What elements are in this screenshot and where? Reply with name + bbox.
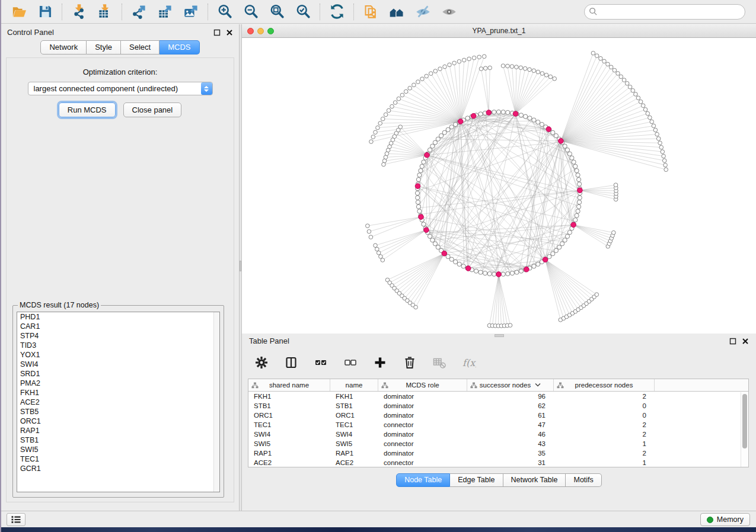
settings-gear-button[interactable] <box>253 354 270 371</box>
cell-predecessor-nodes[interactable]: 2 <box>554 448 655 458</box>
mcds-result-item[interactable]: STB5 <box>17 407 219 416</box>
cell-shared-name[interactable]: TEC1 <box>248 420 330 430</box>
cell-mcds-role[interactable]: dominator <box>378 430 467 439</box>
mcds-result-item[interactable]: STP4 <box>17 331 219 341</box>
cell-shared-name[interactable]: RAP1 <box>248 448 330 458</box>
tab-mcds[interactable]: MCDS <box>160 40 199 55</box>
close-table-icon[interactable] <box>742 338 749 345</box>
table-row[interactable]: TEC1 TEC1 connector 47 2 <box>248 420 748 430</box>
memory-button[interactable]: Memory <box>700 513 750 526</box>
cell-mcds-role[interactable]: dominator <box>378 392 467 401</box>
column-header-successor-nodes[interactable]: successor nodes <box>467 379 554 391</box>
cell-successor-nodes[interactable]: 46 <box>467 430 554 439</box>
table-scrollbar[interactable] <box>741 392 748 467</box>
table-row[interactable]: ACE2 ACE2 connector 31 1 <box>248 458 748 467</box>
table-tab-network-table[interactable]: Network Table <box>503 473 566 487</box>
table-row[interactable]: RAP1 RAP1 dominator 35 2 <box>248 448 748 458</box>
table-row[interactable]: FKH1 FKH1 dominator 96 2 <box>248 392 748 401</box>
column-header-predecessor-nodes[interactable]: predecessor nodes <box>554 379 655 391</box>
cell-successor-nodes[interactable]: 35 <box>467 448 554 458</box>
table-scrollbar-thumb[interactable] <box>742 394 747 448</box>
cell-predecessor-nodes[interactable]: 2 <box>554 392 655 401</box>
cell-predecessor-nodes[interactable]: 2 <box>554 420 655 430</box>
mcds-result-item[interactable]: CAR1 <box>17 322 219 331</box>
save-session-button[interactable] <box>32 2 58 21</box>
float-table-icon[interactable] <box>729 338 736 345</box>
deselect-all-button[interactable] <box>342 354 359 371</box>
tab-network[interactable]: Network <box>40 40 87 55</box>
mcds-result-item[interactable]: STB1 <box>17 435 219 445</box>
column-header-name[interactable]: name <box>330 379 378 391</box>
cell-shared-name[interactable]: ACE2 <box>248 458 330 467</box>
mcds-result-item[interactable]: TEC1 <box>17 454 219 464</box>
network-canvas[interactable] <box>242 38 756 334</box>
mcds-result-item[interactable]: ACE2 <box>17 398 219 407</box>
cell-name[interactable]: SWI5 <box>330 439 378 448</box>
mcds-result-item[interactable]: SRD1 <box>17 369 219 379</box>
cell-predecessor-nodes[interactable]: 0 <box>554 411 655 420</box>
cell-successor-nodes[interactable]: 62 <box>467 401 554 411</box>
cell-name[interactable]: STB1 <box>330 401 378 411</box>
export-network-button[interactable] <box>126 2 152 21</box>
close-panel-button[interactable]: Close panel <box>123 102 182 117</box>
mcds-result-item[interactable]: SWI4 <box>17 360 219 369</box>
mcds-result-item[interactable]: SWI5 <box>17 445 219 454</box>
cell-predecessor-nodes[interactable]: 0 <box>554 401 655 411</box>
cell-name[interactable]: SWI4 <box>330 430 378 439</box>
tab-select[interactable]: Select <box>121 40 160 55</box>
tab-style[interactable]: Style <box>87 40 121 55</box>
show-columns-button[interactable] <box>282 354 300 371</box>
table-row[interactable]: ORC1 ORC1 dominator 61 0 <box>248 411 748 420</box>
criterion-select[interactable]: largest connected component (undirected) <box>28 82 213 95</box>
zoom-fit-button[interactable] <box>264 2 290 21</box>
cell-successor-nodes[interactable]: 43 <box>467 439 554 448</box>
cell-mcds-role[interactable]: dominator <box>378 401 467 411</box>
splitter-grip[interactable] <box>240 261 241 271</box>
zoom-out-button[interactable] <box>238 2 264 21</box>
cell-predecessor-nodes[interactable]: 1 <box>554 458 655 467</box>
cell-mcds-role[interactable]: connector <box>378 439 467 448</box>
table-tab-edge-table[interactable]: Edge Table <box>450 473 503 487</box>
cell-successor-nodes[interactable]: 96 <box>467 392 554 401</box>
table-splitter-grip[interactable] <box>495 334 504 337</box>
table-tab-motifs[interactable]: Motifs <box>566 473 601 487</box>
cell-successor-nodes[interactable]: 61 <box>467 411 554 420</box>
import-network-button[interactable] <box>66 2 92 21</box>
mcds-result-item[interactable]: PMA2 <box>17 379 219 388</box>
cell-name[interactable]: RAP1 <box>330 448 378 458</box>
eye-slash-button[interactable] <box>410 2 436 21</box>
table-row[interactable]: SWI4 SWI4 dominator 46 2 <box>248 430 748 439</box>
zoom-selected-button[interactable] <box>290 2 316 21</box>
column-header-shared-name[interactable]: shared name <box>248 379 330 391</box>
mcds-result-item[interactable]: YOX1 <box>17 350 219 360</box>
eye-button[interactable] <box>436 2 462 21</box>
refresh-button[interactable] <box>324 2 350 21</box>
houses-button[interactable] <box>384 2 410 21</box>
mcds-result-item[interactable]: PHD1 <box>17 312 219 322</box>
float-window-icon[interactable] <box>213 29 221 36</box>
cell-predecessor-nodes[interactable]: 2 <box>554 430 655 439</box>
table-tab-node-table[interactable]: Node Table <box>396 473 450 487</box>
export-image-button[interactable] <box>178 2 204 21</box>
cell-mcds-role[interactable]: dominator <box>378 411 467 420</box>
mcds-result-item[interactable]: GCR1 <box>17 464 219 473</box>
zoom-in-button[interactable] <box>212 2 238 21</box>
search-input[interactable] <box>584 4 745 20</box>
cell-name[interactable]: TEC1 <box>330 420 378 430</box>
export-table-button[interactable] <box>152 2 178 21</box>
close-panel-icon[interactable] <box>226 29 233 36</box>
cell-name[interactable]: ACE2 <box>330 458 378 467</box>
result-list-scrollbar[interactable] <box>213 312 219 492</box>
task-history-button[interactable] <box>7 513 25 526</box>
column-header-MCDS-role[interactable]: MCDS role <box>378 379 467 391</box>
cell-mcds-role[interactable]: connector <box>378 420 467 430</box>
run-mcds-button[interactable]: Run MCDS <box>59 102 116 117</box>
cell-shared-name[interactable]: SWI5 <box>248 439 330 448</box>
import-table-button[interactable] <box>92 2 118 21</box>
table-row[interactable]: SWI5 SWI5 connector 43 1 <box>248 439 748 448</box>
cell-mcds-role[interactable]: connector <box>378 458 467 467</box>
mcds-result-item[interactable]: FKH1 <box>17 388 219 398</box>
cell-predecessor-nodes[interactable]: 1 <box>554 439 655 448</box>
delete-column-button[interactable] <box>401 354 419 371</box>
mcds-result-item[interactable]: ORC1 <box>17 416 219 426</box>
